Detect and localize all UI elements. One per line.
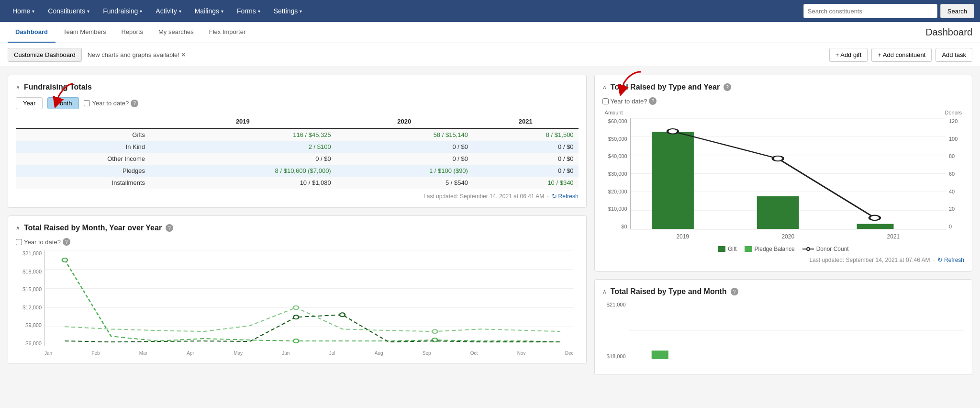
type-year-header: ∧ Total Raised by Type and Year ?: [602, 83, 964, 91]
table-footer: Last updated: September 14, 2021 at 06:4…: [16, 193, 579, 200]
monthly-x-labels: JanFebMarAprMayJunJulAugSepOctNovDec: [45, 351, 574, 356]
add-gift-button[interactable]: + Add gift: [829, 48, 868, 62]
gifts-2020-link[interactable]: 58 / $15,140: [434, 131, 468, 138]
nav-home[interactable]: Home ▾: [6, 0, 41, 22]
add-task-button[interactable]: Add task: [935, 48, 972, 62]
svg-point-10: [432, 329, 437, 333]
type-month-section: ∧ Total Raised by Type and Month ? $21,0…: [594, 279, 972, 375]
refresh-icon: ↻: [552, 193, 557, 200]
legend-pledge: Pledge Balance: [745, 246, 795, 252]
customize-dashboard-button[interactable]: Customize Dashboard: [8, 48, 82, 62]
nav-settings[interactable]: Settings ▾: [267, 0, 309, 22]
pledges-2020-link[interactable]: 1 / $100 ($90): [429, 167, 468, 174]
monthly-chart-title: Total Raised by Month, Year over Year: [24, 224, 162, 232]
gifts-2019-link[interactable]: 116 / $45,325: [293, 131, 331, 138]
type-year-ytd-label[interactable]: Year to date? ?: [602, 97, 964, 105]
year-toggle-button[interactable]: Year: [16, 97, 43, 109]
ytd-checkbox-label[interactable]: Year to date? ?: [84, 100, 138, 107]
ytd-checkbox[interactable]: [84, 100, 90, 106]
action-bar-right: + Add gift + Add constituent Add task: [829, 48, 972, 62]
nav-fundraising[interactable]: Fundraising ▾: [96, 0, 149, 22]
monthly-ytd-label[interactable]: Year to date? ?: [16, 238, 579, 246]
gift-swatch: [718, 246, 725, 252]
monthly-chart-area: $21,000 $18,000 $15,000 $12,000 $9,000 $…: [16, 250, 579, 356]
type-month-title: Total Raised by Type and Month: [611, 287, 727, 296]
add-constituent-button[interactable]: + Add constituent: [871, 48, 932, 62]
type-year-help-icon[interactable]: ?: [724, 83, 731, 91]
gifts-2021-link[interactable]: 8 / $1,500: [546, 131, 574, 138]
tab-reports[interactable]: Reports: [113, 22, 151, 43]
x-axis-labels: 2019 2020 2021: [630, 233, 946, 240]
ytd-help-icon[interactable]: ?: [131, 100, 138, 107]
type-year-ytd-help-icon[interactable]: ?: [649, 97, 657, 105]
table-header-label: [16, 115, 150, 128]
collapse-monthly-icon[interactable]: ∧: [16, 225, 20, 231]
svg-rect-20: [652, 132, 694, 229]
notice-text: New charts and graphs available! ✕: [88, 51, 187, 58]
home-chevron-icon: ▾: [32, 9, 34, 14]
donor-count-dot: [806, 247, 810, 251]
tab-flex-importer[interactable]: Flex Importer: [201, 22, 254, 43]
type-month-help-icon[interactable]: ?: [731, 288, 738, 295]
collapse-type-year-icon[interactable]: ∧: [602, 84, 607, 91]
left-column: ∧ Fundraising Totals Year Month Year to …: [8, 75, 587, 375]
nav-search-area: Search: [803, 4, 974, 18]
search-input[interactable]: [803, 4, 937, 18]
svg-rect-27: [651, 351, 668, 359]
settings-chevron-icon: ▾: [300, 9, 302, 14]
top-nav: Home ▾ Constituents ▾ Fundraising ▾ Acti…: [0, 0, 980, 22]
monthly-chart-section: ∧ Total Raised by Month, Year over Year …: [8, 215, 587, 364]
action-bar: Customize Dashboard New charts and graph…: [0, 43, 980, 67]
collapse-fundraising-icon[interactable]: ∧: [16, 84, 20, 91]
monthly-ytd-help-icon[interactable]: ?: [63, 238, 70, 246]
collapse-type-month-icon[interactable]: ∧: [602, 288, 607, 295]
sub-nav-tabs: Dashboard Team Members Reports My search…: [8, 22, 253, 43]
table-header-2020: 2020: [336, 115, 473, 128]
fundraising-refresh-link[interactable]: ↻ Refresh: [552, 193, 579, 200]
table-header-2019: 2019: [150, 115, 336, 128]
legend-donor-count: Donor Count: [802, 246, 849, 252]
svg-point-12: [340, 313, 345, 317]
monthly-help-icon[interactable]: ?: [166, 224, 173, 232]
inkind-2019-link[interactable]: 2 / $100: [309, 143, 331, 150]
type-year-ytd-checkbox[interactable]: [602, 98, 609, 104]
tab-dashboard[interactable]: Dashboard: [8, 22, 56, 43]
fundraising-totals-section: ∧ Fundraising Totals Year Month Year to …: [8, 75, 587, 208]
y-axis-right: 120 100 80 60 40 20 0: [946, 118, 964, 229]
right-column: ∧ Total Raised by Type and Year ? Year: [594, 75, 972, 375]
tab-my-searches[interactable]: My searches: [151, 22, 201, 43]
line-right: [810, 249, 814, 249]
installments-2021-link[interactable]: 10 / $340: [547, 179, 573, 186]
legend-gift: Gift: [718, 246, 737, 252]
year-month-toggle: Year Month Year to date? ?: [16, 97, 579, 109]
fundraising-table: 2019 2020 2021 Gifts 116 / $45,325 58 / …: [16, 115, 579, 189]
table-row: In Kind 2 / $100 0 / $0 0 / $0: [16, 141, 579, 153]
type-year-refresh-link[interactable]: ↻ Refresh: [937, 256, 964, 263]
nav-mailings[interactable]: Mailings ▾: [188, 0, 230, 22]
bar-chart-inner: [630, 118, 946, 229]
main-content: ∧ Fundraising Totals Year Month Year to …: [0, 67, 980, 383]
fundraising-chevron-icon: ▾: [140, 9, 142, 14]
svg-rect-21: [757, 196, 799, 229]
monthly-ytd-checkbox[interactable]: [16, 239, 22, 245]
svg-point-7: [293, 339, 299, 343]
tab-team-members[interactable]: Team Members: [56, 22, 114, 43]
nav-activity[interactable]: Activity ▾: [149, 0, 188, 22]
svg-rect-22: [857, 224, 893, 229]
nav-forms[interactable]: Forms ▾: [230, 0, 267, 22]
table-row: Pledges 8 / $10,600 ($7,000) 1 / $100 ($…: [16, 165, 579, 177]
type-year-section: ∧ Total Raised by Type and Year ? Year: [594, 75, 972, 272]
search-button[interactable]: Search: [940, 4, 974, 18]
table-header-2021: 2021: [473, 115, 579, 128]
svg-point-9: [293, 306, 299, 309]
svg-point-25: [869, 215, 880, 221]
pledges-2019-link[interactable]: 8 / $10,600 ($7,000): [275, 167, 331, 174]
sub-nav: Dashboard Team Members Reports My search…: [0, 22, 980, 43]
monthly-chart-header: ∧ Total Raised by Month, Year over Year …: [16, 224, 579, 232]
nav-constituents[interactable]: Constituents ▾: [41, 0, 96, 22]
chart-legend: Gift Pledge Balance Donor Count: [602, 246, 964, 252]
type-month-header: ∧ Total Raised by Type and Month ?: [602, 287, 964, 296]
amount-axis-label: Amount: [605, 110, 623, 115]
pledge-swatch: [745, 246, 752, 252]
mailings-chevron-icon: ▾: [221, 9, 223, 14]
